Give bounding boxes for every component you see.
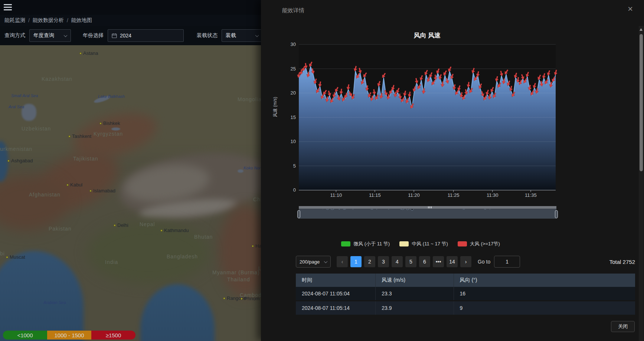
load-state-label: 装载状态 — [197, 32, 218, 39]
close-icon[interactable]: × — [628, 4, 633, 13]
page-button[interactable]: 6 — [419, 256, 430, 267]
datazoom-handle-right[interactable] — [555, 210, 558, 218]
prev-page-button[interactable]: ‹ — [337, 256, 348, 267]
map-country-label: Kyrgyzstan — [94, 131, 123, 137]
year-picker[interactable]: 2024 — [108, 29, 184, 42]
x-tick-label: 11:30 — [487, 192, 498, 198]
map-legend: <10001000 - 1500≥1500 — [3, 331, 135, 340]
chart-legend-item[interactable]: 大风 (>=17节) — [458, 241, 500, 247]
table-header-cell: 风向 (°) — [454, 274, 635, 287]
x-tick-label: 11:25 — [448, 192, 460, 198]
detail-drawer: 能效详情 × 风向 风速 风速 (m/s) 051015202530 11:10… — [261, 0, 644, 341]
city-dot-icon — [114, 224, 116, 226]
y-tick-label: 0 — [293, 187, 296, 193]
city-dot-icon — [66, 184, 69, 186]
y-tick-label: 30 — [291, 42, 296, 47]
map-city-label: Astana — [79, 50, 98, 56]
page-button-active[interactable]: 1 — [350, 256, 362, 267]
city-dot-icon — [7, 160, 10, 162]
map-city-label: Delhi — [114, 222, 128, 228]
map-country-label: Bhutan — [194, 234, 213, 240]
map-country-label: Tajikistan — [73, 156, 98, 162]
hamburger-menu-icon[interactable] — [4, 4, 12, 10]
close-button[interactable]: 关闭 — [611, 321, 635, 332]
x-tick-label: 11:20 — [408, 192, 420, 198]
breadcrumb-item[interactable]: 能效数据分析 — [33, 17, 64, 24]
map-country-label: Myanmar (Burma) — [212, 269, 260, 275]
map-country-label: Nepal — [140, 221, 155, 227]
chevron-down-icon — [64, 33, 68, 37]
city-dot-icon — [89, 190, 92, 192]
chevron-down-icon — [255, 33, 259, 37]
legend-swatch — [341, 241, 350, 246]
map-country-label: India — [105, 259, 118, 265]
wind-chart: 风向 风速 风速 (m/s) 051015202530 11:1011:1511… — [283, 29, 558, 251]
y-tick-label: 20 — [291, 90, 296, 96]
map-city-label: Bishkek — [99, 120, 120, 126]
map-city-label: Tashkent — [68, 133, 91, 139]
load-state-select[interactable]: 装载 — [222, 29, 262, 42]
map-legend-item: <1000 — [3, 331, 47, 340]
city-dot-icon — [223, 297, 225, 299]
page-button[interactable]: 2 — [364, 256, 375, 267]
datazoom-window[interactable] — [299, 209, 556, 219]
y-tick-label: 15 — [291, 115, 296, 120]
chevron-down-icon — [324, 259, 328, 263]
y-tick-label: 5 — [293, 163, 296, 169]
map-city-label: Kathmandu — [160, 228, 189, 233]
map-country-label: Thailand — [227, 277, 250, 282]
query-mode-select[interactable]: 年度查询 — [29, 29, 71, 42]
city-dot-icon — [241, 298, 243, 300]
page-size-value: 200/page — [300, 259, 320, 265]
query-mode-value: 年度查询 — [33, 32, 54, 39]
year-label: 年份选择 — [83, 32, 104, 39]
breadcrumb-item[interactable]: 能耗监测 — [4, 17, 25, 24]
page-button[interactable]: 3 — [378, 256, 389, 267]
wind-data-table: 时间风速 (m/s)风向 (°) 2024-08-07 11:05:0423.3… — [296, 274, 635, 316]
total-count: Total 2752 — [609, 259, 635, 265]
datazoom-slider[interactable] — [299, 206, 556, 219]
breadcrumb-item[interactable]: 能效地图 — [71, 17, 92, 24]
calendar-icon — [112, 33, 117, 38]
legend-swatch — [399, 241, 409, 246]
map-country-label: Kazakhstan — [42, 76, 72, 82]
page-button[interactable]: 14 — [447, 256, 458, 267]
x-axis-labels: 11:1011:1511:2011:2511:3011:35 — [299, 192, 556, 198]
map-city-label: Kabul — [66, 182, 82, 188]
chart-legend-item[interactable]: 中风 (11 ~ 17 节) — [399, 241, 448, 247]
table-cell: 2024-08-07 11:05:14 — [296, 301, 376, 315]
chart-legend-item[interactable]: 微风 (小于 11 节) — [341, 241, 390, 247]
y-tick-label: 25 — [291, 66, 296, 72]
chart-title: 风向 风速 — [299, 31, 556, 40]
next-page-button[interactable]: › — [460, 256, 471, 267]
year-value: 2024 — [120, 33, 131, 39]
table-header-cell: 时间 — [296, 274, 376, 287]
datazoom-track[interactable] — [299, 206, 556, 209]
page-button[interactable]: 4 — [392, 256, 403, 267]
page-button[interactable]: 5 — [405, 256, 416, 267]
table-cell: 2024-08-07 11:05:04 — [296, 287, 376, 301]
page-buttons: ‹123456•••14› — [337, 256, 474, 267]
scroll-up-icon[interactable] — [640, 28, 643, 31]
map-country-label: Mongolia — [238, 96, 262, 102]
table-row: 2024-08-07 11:05:0423.316 — [296, 287, 635, 301]
legend-label: 中风 (11 ~ 17 节) — [412, 241, 448, 247]
table-cell: 16 — [454, 287, 635, 301]
wind-speed-plot — [299, 44, 556, 190]
datazoom-handle-left[interactable] — [297, 210, 300, 218]
page-size-select[interactable]: 200/page — [296, 256, 331, 268]
breadcrumb-separator: / — [67, 17, 68, 23]
map-water-label: Arabian Sea — [43, 300, 66, 305]
datazoom-grip-icon[interactable] — [428, 206, 432, 208]
x-tick-label: 11:35 — [525, 192, 537, 198]
more-pages-button[interactable]: ••• — [433, 256, 444, 267]
scrollbar-thumb[interactable] — [640, 34, 643, 171]
chart-legend: 微风 (小于 11 节)中风 (11 ~ 17 节)大风 (>=17节) — [283, 241, 558, 247]
map-country-label: Bangladesh — [167, 254, 198, 259]
goto-page-input[interactable] — [494, 256, 520, 268]
y-axis-labels: 051015202530 — [283, 44, 296, 190]
table-cell: 9 — [454, 301, 635, 315]
city-dot-icon — [252, 245, 254, 247]
scrollbar[interactable] — [639, 26, 644, 341]
map-city-label: Ashgabad — [7, 158, 33, 163]
